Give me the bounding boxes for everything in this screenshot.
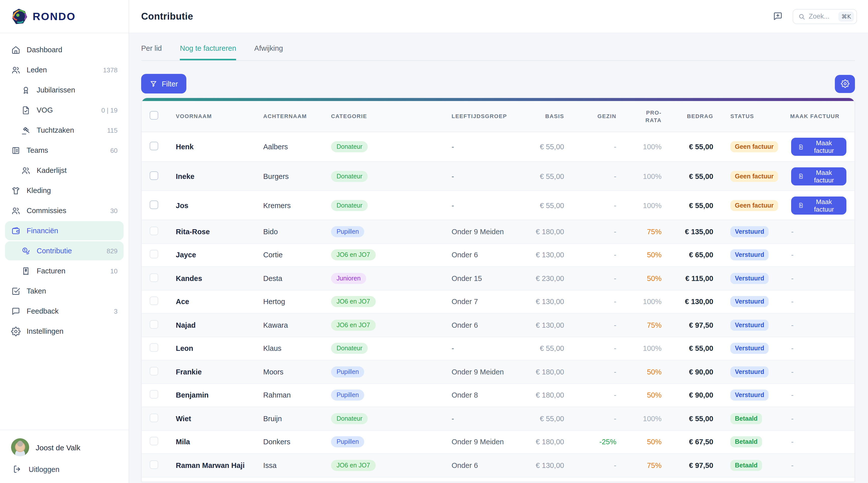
- cell-achternaam: Issa: [263, 461, 331, 470]
- logout-icon: [12, 464, 22, 474]
- building-icon: [11, 146, 21, 155]
- sidebar-item-teams[interactable]: Teams60: [5, 141, 124, 160]
- cell-voornaam: Wiet: [176, 415, 263, 423]
- cell-voornaam: Kandes: [176, 274, 263, 282]
- cell-action: -: [790, 274, 846, 282]
- logo[interactable]: RONDO: [0, 0, 129, 33]
- table-row: Wiet Bruijn Donateur - € 55,00 - 100% € …: [142, 406, 855, 430]
- row-checkbox[interactable]: [150, 343, 158, 352]
- chat-icon: [11, 306, 21, 316]
- cell-leeftijdsgroep: Onder 6: [452, 461, 517, 470]
- sidebar-item-contributie[interactable]: Contributie829: [5, 241, 124, 260]
- cell-basis: € 130,00: [517, 321, 564, 329]
- sidebar-item-facturen[interactable]: Facturen10: [5, 261, 124, 280]
- col-leeftijdsgroep: Leeftijdsgroep: [452, 113, 517, 120]
- sidebar-item-dashboard[interactable]: Dashboard: [5, 40, 124, 59]
- cell-prorata: 100%: [616, 143, 661, 151]
- tab-nog-te-factureren[interactable]: Nog te factureren: [180, 44, 236, 60]
- maak-factuur-button[interactable]: Maak factuur: [791, 138, 846, 156]
- row-checkbox[interactable]: [150, 250, 158, 259]
- sidebar-item-feedback[interactable]: Feedback3: [5, 302, 124, 321]
- row-checkbox[interactable]: [150, 390, 158, 399]
- row-checkbox[interactable]: [150, 414, 158, 422]
- cell-prorata: 75%: [616, 321, 661, 329]
- table-row: Fedde Jelink Pupillen Onder 10 € 180,00 …: [142, 477, 855, 482]
- toolbar: Filter: [141, 74, 855, 93]
- sidebar-item-commissies[interactable]: Commissies30: [5, 201, 124, 220]
- maak-factuur-button[interactable]: Maak factuur: [791, 167, 846, 185]
- status-badge: Betaald: [731, 436, 762, 448]
- cell-voornaam: Leon: [176, 344, 263, 353]
- row-checkbox[interactable]: [150, 297, 158, 305]
- feedback-message-plus-icon[interactable]: [773, 10, 785, 22]
- cell-prorata: 100%: [616, 201, 661, 209]
- search-icon: [798, 13, 805, 20]
- sidebar-item-label: Contributie: [37, 247, 72, 255]
- logout-button[interactable]: Uitloggen: [11, 464, 118, 474]
- sidebar-item-taken[interactable]: Taken: [5, 281, 124, 301]
- cell-leeftijdsgroep: Onder 8: [452, 391, 517, 399]
- cell-basis: € 55,00: [517, 172, 564, 180]
- row-checkbox[interactable]: [150, 171, 158, 180]
- users-icon: [21, 165, 31, 175]
- cell-leeftijdsgroep: Onder 9 Meiden: [452, 228, 517, 236]
- search-input[interactable]: Zoek... ⌘K: [793, 9, 857, 24]
- row-checkbox[interactable]: [150, 320, 158, 329]
- filter-button[interactable]: Filter: [141, 74, 186, 93]
- row-checkbox[interactable]: [150, 142, 158, 150]
- sidebar-item-label: Feedback: [27, 307, 59, 315]
- avatar: [11, 438, 29, 456]
- sidebar-item-leden[interactable]: Leden1378: [5, 60, 124, 80]
- sidebar-item-instellingen[interactable]: Instellingen: [5, 322, 124, 341]
- cell-prorata: 50%: [616, 368, 661, 376]
- cell-bedrag: € 90,00: [661, 391, 713, 399]
- col-categorie: Categorie: [331, 113, 452, 120]
- category-badge: Donateur: [331, 200, 368, 211]
- users-icon: [11, 206, 21, 215]
- cell-achternaam: Hertog: [263, 298, 331, 306]
- logout-label: Uitloggen: [29, 465, 60, 473]
- select-all-checkbox[interactable]: [150, 111, 158, 120]
- sidebar-item-vog[interactable]: VOG0 | 19: [5, 100, 124, 120]
- row-checkbox[interactable]: [150, 437, 158, 446]
- brand-name: RONDO: [33, 10, 75, 22]
- row-checkbox[interactable]: [150, 460, 158, 469]
- row-checkbox[interactable]: [150, 273, 158, 282]
- sidebar-item-count: 1378: [103, 66, 118, 73]
- cell-basis: € 180,00: [517, 438, 564, 446]
- cell-gezin: -: [564, 172, 616, 180]
- cell-gezin: -: [564, 228, 616, 236]
- table-settings-button[interactable]: [835, 74, 855, 93]
- row-checkbox[interactable]: [150, 200, 158, 209]
- row-checkbox[interactable]: [150, 367, 158, 375]
- sidebar-item-kaderlijst[interactable]: Kaderlijst: [5, 161, 124, 180]
- cell-prorata: 75%: [616, 228, 661, 236]
- status-badge: Verstuurd: [731, 226, 769, 237]
- sidebar-item-label: Commissies: [27, 207, 66, 215]
- sidebar-item-kleding[interactable]: Kleding: [5, 181, 124, 200]
- cell-bedrag: € 97,50: [661, 321, 713, 329]
- tab-per-lid[interactable]: Per lid: [141, 44, 162, 60]
- table-body: Henk Aalbers Donateur - € 55,00 - 100% €…: [142, 132, 855, 482]
- tab-bar: Per lidNog te facturerenAfwijking: [141, 33, 855, 61]
- row-checkbox[interactable]: [150, 227, 158, 235]
- cell-action: -: [790, 391, 846, 399]
- sidebar-item-jubilarissen[interactable]: Jubilarissen: [5, 81, 124, 99]
- maak-factuur-button[interactable]: Maak factuur: [791, 196, 846, 214]
- cell-gezin: -: [564, 274, 616, 282]
- cell-leeftijdsgroep: Onder 9 Meiden: [452, 438, 517, 446]
- cell-basis: € 55,00: [517, 143, 564, 151]
- tab-afwijking[interactable]: Afwijking: [254, 44, 283, 60]
- cell-voornaam: Ace: [176, 298, 263, 306]
- sidebar-item-tuchtzaken[interactable]: Tuchtzaken115: [5, 121, 124, 140]
- status-badge: Verstuurd: [731, 320, 769, 331]
- cell-bedrag: € 65,00: [661, 251, 713, 259]
- rondo-logo-icon: [11, 8, 28, 25]
- cell-prorata: 100%: [616, 298, 661, 306]
- table-row: Jayce Cortie JO6 en JO7 Onder 6 € 130,00…: [142, 243, 855, 266]
- cell-bedrag: € 67,50: [661, 438, 713, 446]
- cell-action: Maak factuur: [790, 138, 846, 156]
- user-profile[interactable]: Joost de Valk: [11, 438, 118, 456]
- home-icon: [11, 45, 21, 55]
- sidebar-item-financi-n[interactable]: Financiën: [5, 221, 124, 240]
